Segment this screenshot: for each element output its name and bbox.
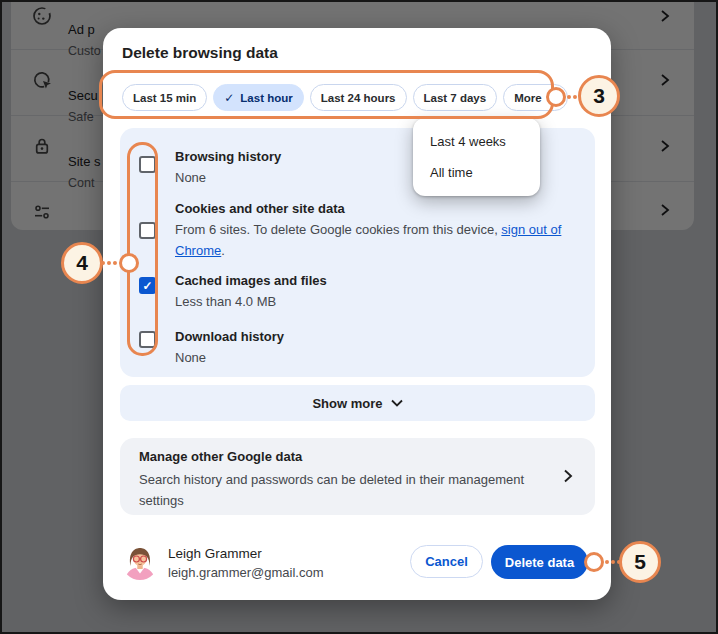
annotation-connector-dot (546, 87, 566, 107)
cancel-button[interactable]: Cancel (410, 545, 483, 578)
row-detail: None (175, 347, 597, 368)
row-title: Download history (175, 329, 597, 344)
annotation-connector-dot (584, 552, 604, 572)
row-download-history: Download history None (175, 329, 597, 368)
row-title: Cookies and other site data (175, 201, 597, 216)
dialog-title: Delete browsing data (122, 44, 278, 62)
annotation-step-5: 5 (619, 541, 661, 583)
annotation-box-time-range (99, 70, 554, 119)
manage-google-data-row[interactable]: Manage other Google data Search history … (120, 438, 595, 515)
account-name: Leigh Grammer (168, 546, 262, 561)
screen: Third-party cookies Third Ad p Custo (0, 0, 718, 634)
menu-item-all-time[interactable]: All time (413, 157, 540, 188)
detail-text: From 6 sites. To delete Google cookies f… (175, 222, 501, 237)
annotation-step-3: 3 (578, 75, 620, 117)
row-detail: From 6 sites. To delete Google cookies f… (175, 219, 597, 261)
annotation-box-checkboxes (127, 142, 158, 356)
annotation-dotted-line (101, 261, 117, 265)
menu-item-last-4-weeks[interactable]: Last 4 weeks (413, 126, 540, 157)
annotation-connector-dot (119, 253, 139, 273)
show-more-button[interactable]: Show more (120, 385, 595, 421)
manage-subtitle: Search history and passwords can be dele… (139, 469, 553, 511)
manage-title: Manage other Google data (139, 449, 302, 464)
detail-text: . (221, 243, 225, 258)
avatar (122, 544, 158, 580)
chevron-down-icon (391, 399, 403, 407)
row-cached-images: Cached images and files Less than 4.0 MB (175, 273, 597, 312)
annotation-step-4: 4 (61, 242, 103, 284)
row-cookies: Cookies and other site data From 6 sites… (175, 201, 597, 261)
show-more-label: Show more (312, 396, 382, 411)
avatar-illustration (122, 544, 158, 580)
row-detail: Less than 4.0 MB (175, 291, 597, 312)
row-title: Cached images and files (175, 273, 597, 288)
delete-data-button[interactable]: Delete data (491, 545, 588, 579)
chevron-right-icon (563, 469, 573, 483)
account-email: leigh.grammer@gmail.com (168, 565, 324, 580)
more-dropdown-menu: Last 4 weeks All time (413, 118, 540, 196)
